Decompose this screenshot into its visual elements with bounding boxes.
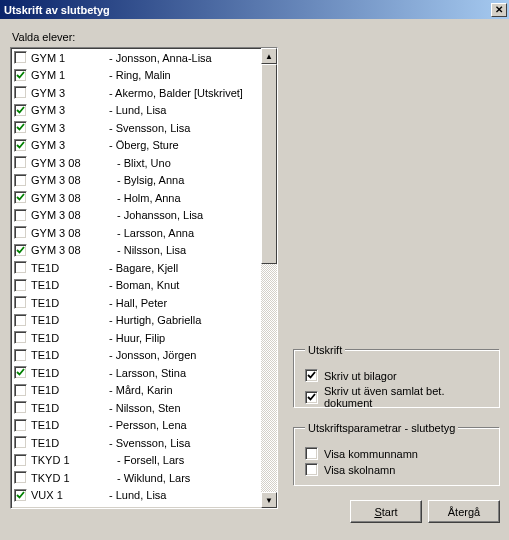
- student-class: TE1D: [31, 437, 109, 449]
- student-checkbox[interactable]: [14, 331, 27, 344]
- student-checkbox[interactable]: [14, 191, 27, 204]
- list-item[interactable]: GYM 3- Akermo, Balder [Utskrivet]: [13, 84, 261, 102]
- student-checkbox[interactable]: [14, 279, 27, 292]
- student-class: TE1D: [31, 384, 109, 396]
- show-municipality-label: Visa kommunnamn: [324, 448, 418, 460]
- student-name: - Huur, Filip: [109, 332, 165, 344]
- list-item[interactable]: GYM 3- Svensson, Lisa: [13, 119, 261, 137]
- list-item[interactable]: TE1D- Jonsson, Jörgen: [13, 347, 261, 365]
- student-name: - Persson, Lena: [109, 419, 187, 431]
- list-item[interactable]: VUX 1- Lund, Lisa: [13, 487, 261, 505]
- student-name: - Forsell, Lars: [109, 454, 184, 466]
- list-item[interactable]: TE1D- Persson, Lena: [13, 417, 261, 435]
- print-combined-checkbox[interactable]: [305, 391, 318, 404]
- list-item[interactable]: TE1D- Hall, Peter: [13, 294, 261, 312]
- list-item[interactable]: TE1D- Hurtigh, Gabriella: [13, 312, 261, 330]
- student-class: GYM 3: [31, 104, 109, 116]
- student-name: - Boman, Knut: [109, 279, 179, 291]
- chevron-up-icon: ▲: [265, 52, 273, 61]
- list-item[interactable]: GYM 3 08- Blixt, Uno: [13, 154, 261, 172]
- student-checkbox[interactable]: [14, 174, 27, 187]
- scroll-down-button[interactable]: ▼: [261, 492, 277, 508]
- list-item[interactable]: TE1D- Nilsson, Sten: [13, 399, 261, 417]
- student-checkbox[interactable]: [14, 69, 27, 82]
- student-checkbox[interactable]: [14, 156, 27, 169]
- student-class: GYM 3 08: [31, 157, 109, 169]
- student-checkbox[interactable]: [14, 314, 27, 327]
- student-class: TE1D: [31, 402, 109, 414]
- student-name: - Larsson, Anna: [109, 227, 194, 239]
- list-item[interactable]: GYM 3 08- Nilsson, Lisa: [13, 242, 261, 260]
- show-municipality-checkbox[interactable]: [305, 447, 318, 460]
- start-button[interactable]: Start: [350, 500, 422, 523]
- student-class: GYM 1: [31, 52, 109, 64]
- list-item[interactable]: TKYD 1- Forsell, Lars: [13, 452, 261, 470]
- student-checkbox[interactable]: [14, 261, 27, 274]
- student-checkbox[interactable]: [14, 489, 27, 502]
- student-class: TE1D: [31, 262, 109, 274]
- list-item[interactable]: TKYD 1- Wiklund, Lars: [13, 469, 261, 487]
- student-class: GYM 3 08: [31, 227, 109, 239]
- student-name: - Nilsson, Lisa: [109, 244, 186, 256]
- print-attachments-checkbox[interactable]: [305, 369, 318, 382]
- student-class: TE1D: [31, 279, 109, 291]
- student-checkbox[interactable]: [14, 296, 27, 309]
- list-item[interactable]: GYM 3 08- Larsson, Anna: [13, 224, 261, 242]
- list-item[interactable]: TE1D- Huur, Filip: [13, 329, 261, 347]
- student-checkbox[interactable]: [14, 86, 27, 99]
- show-school-checkbox[interactable]: [305, 463, 318, 476]
- student-class: TKYD 1: [31, 472, 109, 484]
- student-name: - Blixt, Uno: [109, 157, 171, 169]
- student-checkbox[interactable]: [14, 419, 27, 432]
- scroll-track[interactable]: [261, 64, 277, 492]
- student-checkbox[interactable]: [14, 349, 27, 362]
- student-checkbox[interactable]: [14, 244, 27, 257]
- print-group: Utskrift Skriv ut bilagor Skriv ut även …: [294, 344, 500, 408]
- selected-students-label: Valda elever:: [12, 31, 499, 43]
- student-checkbox[interactable]: [14, 366, 27, 379]
- list-item[interactable]: GYM 3- Öberg, Sture: [13, 137, 261, 155]
- list-item[interactable]: TE1D- Larsson, Stina: [13, 364, 261, 382]
- student-checkbox[interactable]: [14, 384, 27, 397]
- student-class: GYM 3: [31, 87, 109, 99]
- student-name: - Ring, Malin: [109, 69, 171, 81]
- list-item[interactable]: GYM 1- Ring, Malin: [13, 67, 261, 85]
- student-name: - Jonsson, Jörgen: [109, 349, 196, 361]
- student-checkbox[interactable]: [14, 139, 27, 152]
- back-button[interactable]: Återgå: [428, 500, 500, 523]
- student-checkbox[interactable]: [14, 226, 27, 239]
- student-class: TE1D: [31, 314, 109, 326]
- student-checkbox[interactable]: [14, 121, 27, 134]
- student-class: GYM 3: [31, 139, 109, 151]
- student-class: GYM 3 08: [31, 244, 109, 256]
- titlebar: Utskrift av slutbetyg ✕: [0, 0, 509, 19]
- student-class: VUX 1: [31, 489, 109, 501]
- student-checkbox[interactable]: [14, 209, 27, 222]
- student-name: - Öberg, Sture: [109, 139, 179, 151]
- student-checkbox[interactable]: [14, 471, 27, 484]
- list-item[interactable]: TE1D- Svensson, Lisa: [13, 434, 261, 452]
- list-item[interactable]: GYM 3 08- Holm, Anna: [13, 189, 261, 207]
- list-item[interactable]: GYM 3 08- Johansson, Lisa: [13, 207, 261, 225]
- scroll-thumb[interactable]: [261, 64, 277, 264]
- student-name: - Holm, Anna: [109, 192, 181, 204]
- list-item[interactable]: TE1D- Mård, Karin: [13, 382, 261, 400]
- student-checkbox[interactable]: [14, 436, 27, 449]
- student-checkbox[interactable]: [14, 454, 27, 467]
- student-name: - Hall, Peter: [109, 297, 167, 309]
- scrollbar[interactable]: ▲ ▼: [261, 48, 277, 508]
- list-item[interactable]: GYM 3- Lund, Lisa: [13, 102, 261, 120]
- student-name: - Hurtigh, Gabriella: [109, 314, 201, 326]
- student-class: GYM 3 08: [31, 192, 109, 204]
- scroll-up-button[interactable]: ▲: [261, 48, 277, 64]
- student-checkbox[interactable]: [14, 51, 27, 64]
- student-class: GYM 3 08: [31, 174, 109, 186]
- list-item[interactable]: GYM 3 08- Bylsig, Anna: [13, 172, 261, 190]
- close-button[interactable]: ✕: [491, 3, 507, 17]
- student-checkbox[interactable]: [14, 104, 27, 117]
- list-item[interactable]: GYM 1- Jonsson, Anna-Lisa: [13, 49, 261, 67]
- list-item[interactable]: TE1D- Bagare, Kjell: [13, 259, 261, 277]
- student-checkbox[interactable]: [14, 401, 27, 414]
- student-list[interactable]: GYM 1- Jonsson, Anna-LisaGYM 1- Ring, Ma…: [10, 47, 278, 509]
- list-item[interactable]: TE1D- Boman, Knut: [13, 277, 261, 295]
